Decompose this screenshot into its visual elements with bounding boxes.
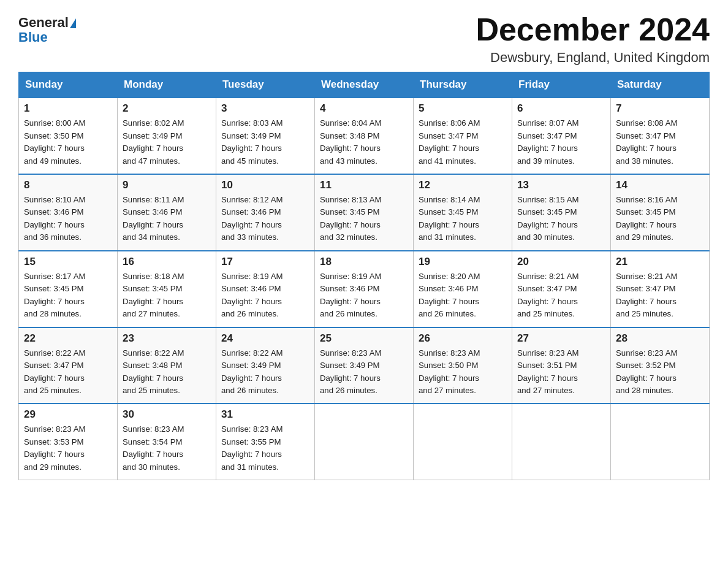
- day-cell: 26Sunrise: 8:23 AMSunset: 3:50 PMDayligh…: [414, 327, 512, 404]
- day-number: 14: [616, 179, 704, 191]
- day-cell: [414, 404, 512, 480]
- day-cell: 10Sunrise: 8:12 AMSunset: 3:46 PMDayligh…: [216, 174, 315, 251]
- day-number: 25: [320, 332, 408, 345]
- day-number: 19: [419, 256, 507, 268]
- day-number: 5: [419, 102, 507, 115]
- day-number: 6: [517, 102, 605, 115]
- day-number: 8: [24, 179, 112, 191]
- day-number: 7: [616, 102, 704, 115]
- day-cell: 30Sunrise: 8:23 AMSunset: 3:54 PMDayligh…: [118, 404, 216, 480]
- day-info: Sunrise: 8:12 AMSunset: 3:46 PMDaylight:…: [221, 194, 309, 244]
- day-info: Sunrise: 8:21 AMSunset: 3:47 PMDaylight:…: [616, 270, 704, 321]
- day-info: Sunrise: 8:17 AMSunset: 3:45 PMDaylight:…: [24, 270, 112, 321]
- week-row-4: 22Sunrise: 8:22 AMSunset: 3:47 PMDayligh…: [19, 327, 710, 404]
- day-cell: 29Sunrise: 8:23 AMSunset: 3:53 PMDayligh…: [19, 404, 118, 480]
- day-cell: 12Sunrise: 8:14 AMSunset: 3:45 PMDayligh…: [414, 174, 512, 251]
- day-info: Sunrise: 8:02 AMSunset: 3:49 PMDaylight:…: [123, 117, 211, 167]
- day-number: 24: [221, 332, 309, 345]
- day-number: 21: [616, 256, 704, 268]
- week-row-5: 29Sunrise: 8:23 AMSunset: 3:53 PMDayligh…: [19, 404, 710, 480]
- day-number: 18: [320, 256, 408, 268]
- day-info: Sunrise: 8:22 AMSunset: 3:49 PMDaylight:…: [221, 347, 309, 397]
- day-info: Sunrise: 8:22 AMSunset: 3:47 PMDaylight:…: [24, 347, 112, 397]
- week-row-2: 8Sunrise: 8:10 AMSunset: 3:46 PMDaylight…: [19, 174, 710, 251]
- day-number: 31: [221, 408, 309, 421]
- day-cell: 22Sunrise: 8:22 AMSunset: 3:47 PMDayligh…: [19, 327, 118, 404]
- day-info: Sunrise: 8:11 AMSunset: 3:46 PMDaylight:…: [123, 194, 211, 244]
- day-info: Sunrise: 8:22 AMSunset: 3:48 PMDaylight:…: [123, 347, 211, 397]
- day-cell: 2Sunrise: 8:02 AMSunset: 3:49 PMDaylight…: [118, 98, 216, 174]
- day-cell: [611, 404, 710, 480]
- day-number: 20: [517, 256, 605, 268]
- day-number: 26: [419, 332, 507, 345]
- logo: GeneralBlue: [18, 12, 76, 45]
- col-header-tuesday: Tuesday: [216, 72, 315, 98]
- day-info: Sunrise: 8:14 AMSunset: 3:45 PMDaylight:…: [419, 194, 507, 244]
- day-cell: 14Sunrise: 8:16 AMSunset: 3:45 PMDayligh…: [611, 174, 710, 251]
- day-info: Sunrise: 8:19 AMSunset: 3:46 PMDaylight:…: [221, 270, 309, 321]
- day-number: 3: [221, 102, 309, 115]
- calendar-header-row: SundayMondayTuesdayWednesdayThursdayFrid…: [19, 72, 710, 98]
- col-header-wednesday: Wednesday: [315, 72, 414, 98]
- day-info: Sunrise: 8:06 AMSunset: 3:47 PMDaylight:…: [419, 117, 507, 167]
- day-cell: 18Sunrise: 8:19 AMSunset: 3:46 PMDayligh…: [315, 251, 414, 327]
- day-cell: 24Sunrise: 8:22 AMSunset: 3:49 PMDayligh…: [216, 327, 315, 404]
- day-number: 17: [221, 256, 309, 268]
- day-info: Sunrise: 8:13 AMSunset: 3:45 PMDaylight:…: [320, 194, 408, 244]
- day-number: 27: [517, 332, 605, 345]
- day-cell: 6Sunrise: 8:07 AMSunset: 3:47 PMDaylight…: [512, 98, 611, 174]
- day-cell: 11Sunrise: 8:13 AMSunset: 3:45 PMDayligh…: [315, 174, 414, 251]
- day-cell: [512, 404, 611, 480]
- page-header: GeneralBlue December 2024 Dewsbury, Engl…: [18, 12, 710, 66]
- day-cell: 28Sunrise: 8:23 AMSunset: 3:52 PMDayligh…: [611, 327, 710, 404]
- day-number: 13: [517, 179, 605, 191]
- day-number: 2: [123, 102, 211, 115]
- day-info: Sunrise: 8:08 AMSunset: 3:47 PMDaylight:…: [616, 117, 704, 167]
- day-info: Sunrise: 8:23 AMSunset: 3:54 PMDaylight:…: [123, 423, 211, 473]
- day-info: Sunrise: 8:23 AMSunset: 3:51 PMDaylight:…: [517, 347, 605, 397]
- day-number: 9: [123, 179, 211, 191]
- day-info: Sunrise: 8:03 AMSunset: 3:49 PMDaylight:…: [221, 117, 309, 167]
- day-cell: 23Sunrise: 8:22 AMSunset: 3:48 PMDayligh…: [118, 327, 216, 404]
- day-number: 23: [123, 332, 211, 345]
- day-cell: 25Sunrise: 8:23 AMSunset: 3:49 PMDayligh…: [315, 327, 414, 404]
- day-info: Sunrise: 8:07 AMSunset: 3:47 PMDaylight:…: [517, 117, 605, 167]
- day-info: Sunrise: 8:23 AMSunset: 3:53 PMDaylight:…: [24, 423, 112, 473]
- col-header-sunday: Sunday: [19, 72, 118, 98]
- day-cell: 8Sunrise: 8:10 AMSunset: 3:46 PMDaylight…: [19, 174, 118, 251]
- day-cell: 31Sunrise: 8:23 AMSunset: 3:55 PMDayligh…: [216, 404, 315, 480]
- col-header-friday: Friday: [512, 72, 611, 98]
- day-cell: 4Sunrise: 8:04 AMSunset: 3:48 PMDaylight…: [315, 98, 414, 174]
- day-number: 29: [24, 408, 112, 421]
- day-cell: 5Sunrise: 8:06 AMSunset: 3:47 PMDaylight…: [414, 98, 512, 174]
- day-info: Sunrise: 8:23 AMSunset: 3:49 PMDaylight:…: [320, 347, 408, 397]
- col-header-monday: Monday: [118, 72, 216, 98]
- calendar-subtitle: Dewsbury, England, United Kingdom: [476, 50, 710, 66]
- day-cell: 9Sunrise: 8:11 AMSunset: 3:46 PMDaylight…: [118, 174, 216, 251]
- day-number: 12: [419, 179, 507, 191]
- day-cell: 13Sunrise: 8:15 AMSunset: 3:45 PMDayligh…: [512, 174, 611, 251]
- day-info: Sunrise: 8:00 AMSunset: 3:50 PMDaylight:…: [24, 117, 112, 167]
- day-info: Sunrise: 8:10 AMSunset: 3:46 PMDaylight:…: [24, 194, 112, 244]
- day-info: Sunrise: 8:23 AMSunset: 3:50 PMDaylight:…: [419, 347, 507, 397]
- day-info: Sunrise: 8:04 AMSunset: 3:48 PMDaylight:…: [320, 117, 408, 167]
- day-number: 16: [123, 256, 211, 268]
- day-cell: 27Sunrise: 8:23 AMSunset: 3:51 PMDayligh…: [512, 327, 611, 404]
- calendar-table: SundayMondayTuesdayWednesdayThursdayFrid…: [18, 72, 710, 480]
- day-info: Sunrise: 8:23 AMSunset: 3:55 PMDaylight:…: [221, 423, 309, 473]
- day-cell: [315, 404, 414, 480]
- day-cell: 21Sunrise: 8:21 AMSunset: 3:47 PMDayligh…: [611, 251, 710, 327]
- day-number: 4: [320, 102, 408, 115]
- day-cell: 7Sunrise: 8:08 AMSunset: 3:47 PMDaylight…: [611, 98, 710, 174]
- day-cell: 16Sunrise: 8:18 AMSunset: 3:45 PMDayligh…: [118, 251, 216, 327]
- calendar-title: December 2024: [476, 12, 710, 47]
- day-number: 10: [221, 179, 309, 191]
- day-number: 11: [320, 179, 408, 191]
- day-cell: 3Sunrise: 8:03 AMSunset: 3:49 PMDaylight…: [216, 98, 315, 174]
- day-cell: 19Sunrise: 8:20 AMSunset: 3:46 PMDayligh…: [414, 251, 512, 327]
- logo-text: GeneralBlue: [18, 15, 76, 45]
- day-info: Sunrise: 8:23 AMSunset: 3:52 PMDaylight:…: [616, 347, 704, 397]
- day-cell: 20Sunrise: 8:21 AMSunset: 3:47 PMDayligh…: [512, 251, 611, 327]
- week-row-1: 1Sunrise: 8:00 AMSunset: 3:50 PMDaylight…: [19, 98, 710, 174]
- day-number: 28: [616, 332, 704, 345]
